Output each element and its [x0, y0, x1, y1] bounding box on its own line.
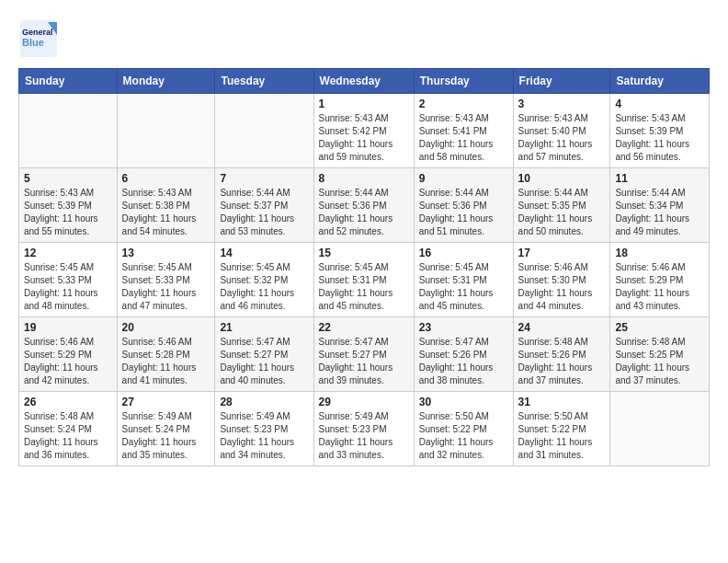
header-friday: Friday [513, 69, 610, 94]
calendar-cell: 19Sunrise: 5:46 AM Sunset: 5:29 PM Dayli… [19, 317, 118, 392]
day-info: Sunrise: 5:45 AM Sunset: 5:33 PM Dayligh… [24, 261, 112, 313]
day-number: 12 [24, 247, 112, 259]
calendar-table: SundayMondayTuesdayWednesdayThursdayFrid… [18, 68, 710, 466]
svg-text:Blue: Blue [22, 37, 44, 48]
day-info: Sunrise: 5:43 AM Sunset: 5:42 PM Dayligh… [319, 112, 409, 164]
header-monday: Monday [117, 69, 215, 94]
calendar-cell: 31Sunrise: 5:50 AM Sunset: 5:22 PM Dayli… [513, 392, 610, 466]
day-number: 8 [319, 172, 409, 185]
day-info: Sunrise: 5:48 AM Sunset: 5:26 PM Dayligh… [518, 336, 606, 387]
week-row-3: 12Sunrise: 5:45 AM Sunset: 5:33 PM Dayli… [19, 243, 710, 317]
day-info: Sunrise: 5:48 AM Sunset: 5:25 PM Dayligh… [615, 336, 704, 387]
day-info: Sunrise: 5:45 AM Sunset: 5:33 PM Dayligh… [122, 261, 210, 313]
day-info: Sunrise: 5:50 AM Sunset: 5:22 PM Dayligh… [419, 410, 508, 462]
day-number: 23 [419, 321, 508, 334]
day-number: 16 [419, 247, 508, 259]
header-sunday: Sunday [19, 69, 118, 94]
header-tuesday: Tuesday [215, 69, 313, 94]
day-info: Sunrise: 5:50 AM Sunset: 5:22 PM Dayligh… [518, 410, 606, 462]
day-number: 19 [24, 321, 112, 334]
calendar-cell: 23Sunrise: 5:47 AM Sunset: 5:26 PM Dayli… [414, 317, 513, 392]
calendar-cell [215, 94, 313, 168]
day-number: 24 [518, 321, 606, 334]
day-number: 7 [220, 172, 308, 185]
calendar-cell: 26Sunrise: 5:48 AM Sunset: 5:24 PM Dayli… [19, 392, 118, 466]
day-number: 25 [615, 321, 704, 334]
calendar-cell: 12Sunrise: 5:45 AM Sunset: 5:33 PM Dayli… [19, 243, 118, 317]
header-wednesday: Wednesday [313, 69, 414, 94]
calendar-cell: 18Sunrise: 5:46 AM Sunset: 5:29 PM Dayli… [610, 243, 710, 317]
logo-svg: General Blue [18, 18, 59, 59]
day-number: 20 [122, 321, 210, 334]
day-number: 18 [615, 247, 704, 259]
header: General Blue [18, 15, 710, 59]
day-info: Sunrise: 5:45 AM Sunset: 5:31 PM Dayligh… [419, 261, 508, 313]
header-saturday: Saturday [610, 69, 710, 94]
calendar-cell: 10Sunrise: 5:44 AM Sunset: 5:35 PM Dayli… [513, 168, 610, 243]
calendar-cell: 20Sunrise: 5:46 AM Sunset: 5:28 PM Dayli… [117, 317, 215, 392]
day-info: Sunrise: 5:43 AM Sunset: 5:38 PM Dayligh… [122, 187, 210, 238]
calendar-cell: 22Sunrise: 5:47 AM Sunset: 5:27 PM Dayli… [313, 317, 414, 392]
day-info: Sunrise: 5:43 AM Sunset: 5:41 PM Dayligh… [419, 112, 508, 164]
day-number: 21 [220, 321, 308, 334]
day-info: Sunrise: 5:46 AM Sunset: 5:30 PM Dayligh… [518, 261, 606, 313]
day-info: Sunrise: 5:43 AM Sunset: 5:40 PM Dayligh… [518, 112, 606, 164]
calendar-cell: 17Sunrise: 5:46 AM Sunset: 5:30 PM Dayli… [513, 243, 610, 317]
calendar-cell: 9Sunrise: 5:44 AM Sunset: 5:36 PM Daylig… [414, 168, 513, 243]
calendar-cell: 11Sunrise: 5:44 AM Sunset: 5:34 PM Dayli… [610, 168, 710, 243]
day-info: Sunrise: 5:47 AM Sunset: 5:27 PM Dayligh… [319, 336, 409, 387]
day-info: Sunrise: 5:45 AM Sunset: 5:32 PM Dayligh… [220, 261, 308, 313]
calendar-cell: 14Sunrise: 5:45 AM Sunset: 5:32 PM Dayli… [215, 243, 313, 317]
day-info: Sunrise: 5:44 AM Sunset: 5:35 PM Dayligh… [518, 187, 606, 238]
day-number: 29 [319, 396, 409, 408]
day-number: 9 [419, 172, 508, 185]
calendar-cell: 8Sunrise: 5:44 AM Sunset: 5:36 PM Daylig… [313, 168, 414, 243]
day-info: Sunrise: 5:49 AM Sunset: 5:23 PM Dayligh… [319, 410, 409, 462]
day-number: 14 [220, 247, 308, 259]
calendar-cell: 28Sunrise: 5:49 AM Sunset: 5:23 PM Dayli… [215, 392, 313, 466]
calendar-cell: 25Sunrise: 5:48 AM Sunset: 5:25 PM Dayli… [610, 317, 710, 392]
week-row-1: 1Sunrise: 5:43 AM Sunset: 5:42 PM Daylig… [19, 94, 710, 168]
calendar-cell: 13Sunrise: 5:45 AM Sunset: 5:33 PM Dayli… [117, 243, 215, 317]
calendar-cell: 2Sunrise: 5:43 AM Sunset: 5:41 PM Daylig… [414, 94, 513, 168]
calendar-cell [117, 94, 215, 168]
day-info: Sunrise: 5:46 AM Sunset: 5:29 PM Dayligh… [615, 261, 704, 313]
day-number: 30 [419, 396, 508, 408]
week-row-2: 5Sunrise: 5:43 AM Sunset: 5:39 PM Daylig… [19, 168, 710, 243]
day-number: 6 [122, 172, 210, 185]
day-info: Sunrise: 5:44 AM Sunset: 5:36 PM Dayligh… [419, 187, 508, 238]
calendar-cell: 21Sunrise: 5:47 AM Sunset: 5:27 PM Dayli… [215, 317, 313, 392]
day-info: Sunrise: 5:46 AM Sunset: 5:28 PM Dayligh… [122, 336, 210, 387]
day-number: 4 [615, 98, 704, 110]
day-number: 2 [419, 98, 508, 110]
day-number: 17 [518, 247, 606, 259]
week-row-5: 26Sunrise: 5:48 AM Sunset: 5:24 PM Dayli… [19, 392, 710, 466]
day-number: 1 [319, 98, 409, 110]
calendar-cell [19, 94, 118, 168]
calendar-cell: 15Sunrise: 5:45 AM Sunset: 5:31 PM Dayli… [313, 243, 414, 317]
day-info: Sunrise: 5:43 AM Sunset: 5:39 PM Dayligh… [615, 112, 704, 164]
day-info: Sunrise: 5:47 AM Sunset: 5:27 PM Dayligh… [220, 336, 308, 387]
day-info: Sunrise: 5:48 AM Sunset: 5:24 PM Dayligh… [24, 410, 112, 462]
day-info: Sunrise: 5:47 AM Sunset: 5:26 PM Dayligh… [419, 336, 508, 387]
day-number: 13 [122, 247, 210, 259]
calendar-cell: 1Sunrise: 5:43 AM Sunset: 5:42 PM Daylig… [313, 94, 414, 168]
day-number: 11 [615, 172, 704, 185]
day-number: 5 [24, 172, 112, 185]
calendar-cell: 16Sunrise: 5:45 AM Sunset: 5:31 PM Dayli… [414, 243, 513, 317]
day-info: Sunrise: 5:45 AM Sunset: 5:31 PM Dayligh… [319, 261, 409, 313]
day-number: 27 [122, 396, 210, 408]
calendar-cell: 7Sunrise: 5:44 AM Sunset: 5:37 PM Daylig… [215, 168, 313, 243]
day-info: Sunrise: 5:43 AM Sunset: 5:39 PM Dayligh… [24, 187, 112, 238]
calendar-cell: 6Sunrise: 5:43 AM Sunset: 5:38 PM Daylig… [117, 168, 215, 243]
calendar-cell: 27Sunrise: 5:49 AM Sunset: 5:24 PM Dayli… [117, 392, 215, 466]
logo: General Blue [18, 18, 59, 59]
svg-text:General: General [22, 28, 53, 37]
day-info: Sunrise: 5:44 AM Sunset: 5:36 PM Dayligh… [319, 187, 409, 238]
calendar-cell: 29Sunrise: 5:49 AM Sunset: 5:23 PM Dayli… [313, 392, 414, 466]
calendar-cell: 30Sunrise: 5:50 AM Sunset: 5:22 PM Dayli… [414, 392, 513, 466]
calendar-cell: 24Sunrise: 5:48 AM Sunset: 5:26 PM Dayli… [513, 317, 610, 392]
header-thursday: Thursday [414, 69, 513, 94]
calendar-cell: 3Sunrise: 5:43 AM Sunset: 5:40 PM Daylig… [513, 94, 610, 168]
day-info: Sunrise: 5:46 AM Sunset: 5:29 PM Dayligh… [24, 336, 112, 387]
